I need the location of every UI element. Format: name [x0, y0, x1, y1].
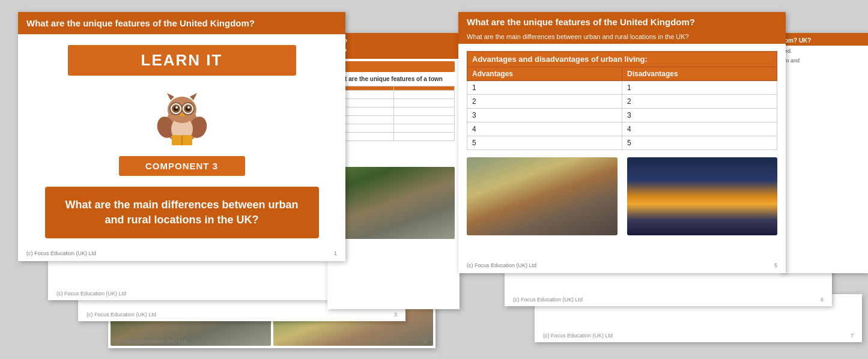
left-slide3-footer: (c) Focus Education (UK) Ltd 3 — [78, 312, 405, 318]
left-main-slide: What are the unique features of the Unit… — [18, 12, 345, 261]
right-slide3-footer-right: 7 — [851, 333, 854, 339]
far-right-text2: m and — [781, 56, 868, 65]
right-slide2-footer: (c) Focus Education (UK) Ltd 6 — [505, 297, 832, 303]
table-row: 3 3 — [467, 109, 777, 122]
left-slide2-footer: (c) Focus Education (UK) Ltd 2 — [48, 291, 375, 297]
adv-4: 4 — [467, 122, 622, 136]
mini-cell — [393, 91, 455, 99]
svg-marker-6 — [190, 93, 197, 100]
dis-1: 1 — [622, 81, 777, 95]
right-slide-header: What are the unique features of the Unit… — [458, 12, 786, 32]
photo-row — [467, 157, 777, 235]
mini-cell — [393, 107, 455, 116]
right-slide-subheader: What are the main differences between ur… — [458, 32, 786, 44]
right-main-slide-footer: (c) Focus Education (UK) Ltd 5 — [458, 262, 786, 268]
left-main-slide-footer: (c) Focus Education (UK) Ltd 1 — [18, 250, 345, 256]
slide1-link[interactable]: eo — [332, 143, 455, 150]
right-footer-left: (c) Focus Education (UK) Ltd — [467, 262, 536, 268]
adv-3: 3 — [467, 109, 622, 122]
adv-1: 1 — [467, 81, 622, 95]
mini-table — [332, 86, 455, 141]
advantages-table: Advantages and disadvantages of urban li… — [467, 51, 777, 150]
dis-2: 2 — [622, 95, 777, 109]
rural-photo — [332, 167, 455, 239]
svg-point-14 — [187, 106, 190, 109]
right-main-slide: What are the unique features of the Unit… — [458, 12, 786, 273]
middle-slide1-orange-strip — [332, 61, 455, 72]
dis-3: 3 — [622, 109, 777, 122]
component-box: COMPONENT 3 — [119, 156, 245, 176]
left-slide4-footer-left: (c) Focus Education (UK) Ltd — [117, 339, 186, 345]
middle-slide1-sub: What are the unique features of a town — [332, 76, 455, 82]
aerial-city-graphic — [467, 157, 618, 235]
table-row: 4 4 — [467, 122, 777, 136]
table-row: 5 5 — [467, 136, 777, 150]
table-row: 1 1 — [467, 81, 777, 95]
right-footer-right: 5 — [774, 262, 777, 268]
owl-illustration — [152, 86, 212, 146]
far-right-slide1-header: om? UK? — [781, 33, 868, 46]
mini-cell — [393, 133, 455, 141]
left-slide2-footer-left: (c) Focus Education (UK) Ltd — [56, 291, 126, 297]
right-slide3-footer-left: (c) Focus Education (UK) Ltd — [543, 333, 613, 339]
right-slide2-footer-left: (c) Focus Education (UK) Ltd — [513, 297, 583, 303]
left-slide-header: What are the unique features of the Unit… — [18, 12, 345, 34]
mini-cell — [393, 116, 455, 124]
middle-slide1-text: What are the unique features of a town — [332, 76, 455, 82]
far-right-text1: ed. — [781, 46, 868, 56]
night-city-graphic — [627, 157, 778, 235]
right-slide3-footer: (c) Focus Education (UK) Ltd 7 — [535, 333, 862, 339]
left-slide3-footer-left: (c) Focus Education (UK) Ltd — [86, 312, 156, 318]
middle-slide-1: om?UK? What are the unique features of a… — [327, 33, 460, 309]
dis-5: 5 — [622, 136, 777, 150]
mini-col-hdr2 — [393, 86, 455, 91]
right-slide2-footer-right: 6 — [821, 297, 824, 303]
left-slide-body: LEARN IT — [18, 34, 345, 249]
left-footer-left: (c) Focus Education (UK) Ltd — [26, 250, 96, 256]
learn-it-box: LEARN IT — [68, 45, 296, 76]
middle-slide1-table — [332, 86, 455, 141]
svg-point-13 — [175, 106, 178, 109]
left-slide4-footer-right: 4 — [424, 339, 427, 345]
adv-2: 2 — [467, 95, 622, 109]
owl-svg — [155, 88, 209, 145]
far-right-slide-1: om? UK? ed. m and — [781, 33, 868, 273]
table-title: Advantages and disadvantages of urban li… — [467, 52, 777, 67]
mini-cell — [393, 99, 455, 107]
table-row: 2 2 — [467, 95, 777, 109]
right-slide-body: Advantages and disadvantages of urban li… — [458, 44, 786, 243]
col-disadvantages-header: Disadvantages — [622, 67, 777, 81]
night-city-photo — [627, 157, 778, 235]
middle-slide1-header: om?UK? — [327, 33, 460, 59]
svg-marker-5 — [167, 93, 174, 100]
aerial-city-photo — [467, 157, 618, 235]
left-slide4-footer: (c) Focus Education (UK) Ltd 4 — [108, 339, 436, 345]
mini-cell — [393, 124, 455, 133]
question-box: What are the main differences between ur… — [45, 187, 319, 238]
dis-4: 4 — [622, 122, 777, 136]
left-slide3-footer-right: 3 — [394, 312, 397, 318]
left-footer-right: 1 — [334, 250, 337, 256]
adv-5: 5 — [467, 136, 622, 150]
rural-road-graphic — [332, 167, 455, 239]
col-advantages-header: Advantages — [467, 67, 622, 81]
